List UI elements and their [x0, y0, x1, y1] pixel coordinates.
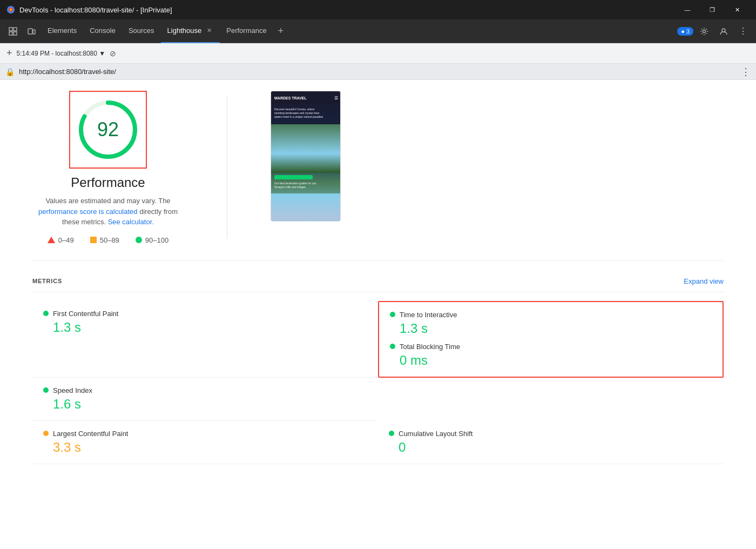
profile-button[interactable] [715, 23, 732, 40]
legend-pass: 90–100 [136, 236, 168, 244]
metric-lcp-dot [43, 431, 49, 436]
address-row: + 5:14:49 PM - localhost:8080 ▼ ⊘ [0, 43, 756, 64]
metric-tbt-value: 0 ms [400, 353, 712, 368]
metric-tbt-header: Total Blocking Time [390, 343, 712, 351]
metric-fcp-value: 1.3 s [53, 320, 367, 335]
restore-button[interactable]: ❐ [700, 0, 725, 19]
expand-view-button[interactable]: Expand view [684, 277, 724, 285]
tab-performance-label: Performance [226, 26, 266, 35]
block-icon: ⊘ [110, 49, 116, 58]
metric-fcp-header: First Contentful Paint [43, 310, 367, 318]
svg-rect-7 [28, 29, 32, 34]
toolbar-right: ● 3 ⋮ [677, 23, 752, 40]
metric-si-dot [43, 387, 49, 393]
screenshot-mock: MARDES TRAVEL ≡ Discover beautiful Corsi… [271, 91, 341, 221]
divider [227, 96, 227, 239]
title-bar: DevTools - localhost:8080/travel-site/ -… [0, 0, 756, 19]
notification-badge: ● 3 [677, 27, 693, 36]
page-wrapper: DevTools - localhost:8080/travel-site/ -… [0, 0, 756, 549]
tab-elements-label: Elements [48, 26, 77, 35]
svg-rect-8 [33, 30, 35, 34]
metric-si: Speed Index 1.6 s [32, 378, 378, 421]
score-ring-container: 92 [69, 91, 147, 169]
performance-title: Performance [71, 175, 145, 190]
screenshot-thumbnail: MARDES TRAVEL ≡ Discover beautiful Corsi… [271, 91, 341, 222]
metric-tbt-name: Total Blocking Time [400, 343, 460, 351]
metric-cls: Cumulative Layout Shift 0 [378, 421, 724, 464]
legend-fail: 0–49 [48, 236, 74, 244]
url-text[interactable]: http://localhost:8080/travel-site/ [19, 68, 737, 76]
score-section: 92 Performance Values are estimated and … [32, 91, 724, 261]
title-bar-left: DevTools - localhost:8080/travel-site/ -… [6, 5, 172, 14]
metric-cls-value: 0 [399, 440, 713, 455]
tab-add-button[interactable]: + [273, 24, 288, 39]
metric-tti-header: Time to Interactive [390, 311, 712, 319]
metric-tti-value: 1.3 s [400, 321, 712, 336]
metrics-grid: First Contentful Paint 1.3 s Time to Int… [32, 301, 724, 464]
svg-point-10 [722, 29, 725, 32]
new-tab-button[interactable]: + [6, 48, 12, 59]
metric-fcp: First Contentful Paint 1.3 s [32, 301, 378, 378]
screenshot-bottom: Our best destination guides for youSinag… [271, 173, 341, 191]
svg-rect-6 [14, 32, 17, 35]
timestamp: 5:14:49 PM - localhost:8080 ▼ [17, 50, 106, 57]
tab-lighthouse-label: Lighthouse [167, 26, 202, 35]
metric-cls-name: Cumulative Layout Shift [399, 430, 473, 438]
security-warning-icon: 🔒 [5, 68, 15, 76]
calculator-link[interactable]: See calculator. [108, 218, 154, 226]
tab-sources-label: Sources [129, 26, 154, 35]
tab-lighthouse[interactable]: Lighthouse ✕ [161, 19, 220, 43]
lighthouse-content: 92 Performance Values are estimated and … [0, 80, 756, 475]
circle-icon [136, 237, 142, 243]
metric-tti: Time to Interactive 1.3 s Total Blocking… [378, 301, 724, 378]
tab-performance[interactable]: Performance [220, 19, 273, 43]
metric-fcp-dot [43, 311, 49, 316]
inspect-element-button[interactable] [4, 23, 22, 40]
metric-lcp-header: Largest Contentful Paint [43, 430, 367, 438]
screenshot-sky-image [271, 193, 341, 220]
device-toggle-button[interactable] [23, 23, 40, 40]
performance-score: 92 [97, 118, 119, 141]
metric-tbt-dot [390, 344, 395, 349]
tab-sources[interactable]: Sources [122, 19, 161, 43]
metric-spacer [390, 336, 712, 343]
score-description: Values are estimated and may vary. The p… [32, 196, 184, 227]
tab-elements[interactable]: Elements [41, 19, 83, 43]
url-more-button[interactable]: ⋮ [741, 66, 751, 78]
minimize-button[interactable]: — [675, 0, 700, 19]
svg-rect-4 [14, 28, 17, 31]
metric-si-value: 1.6 s [53, 397, 367, 412]
tab-console[interactable]: Console [83, 19, 122, 43]
badge-count: 3 [686, 28, 690, 35]
url-bar: 🔒 http://localhost:8080/travel-site/ ⋮ [0, 64, 756, 80]
performance-score-link[interactable]: performance score is calculated [38, 207, 139, 216]
svg-rect-5 [9, 32, 12, 35]
more-options-button[interactable]: ⋮ [734, 23, 752, 40]
metric-lcp-name: Largest Contentful Paint [53, 430, 128, 438]
title-bar-text: DevTools - localhost:8080/travel-site/ -… [19, 6, 172, 14]
dropdown-icon[interactable]: ▼ [99, 50, 105, 57]
devtools-icon [6, 5, 15, 14]
metrics-section: METRICS Expand view First Contentful Pai… [32, 277, 724, 464]
metric-si-header: Speed Index [43, 386, 367, 394]
menu-icon: ≡ [334, 94, 338, 102]
tab-console-label: Console [90, 26, 116, 35]
metric-cls-dot [389, 431, 394, 436]
metric-lcp-value: 3.3 s [53, 440, 367, 455]
metrics-title: METRICS [32, 278, 62, 284]
green-bar [274, 175, 313, 179]
toolbar: Elements Console Sources Lighthouse ✕ Pe… [0, 19, 756, 43]
site-logo-text: MARDES TRAVEL [274, 96, 307, 100]
close-button[interactable]: ✕ [725, 0, 750, 19]
settings-button[interactable] [696, 23, 713, 40]
metric-fcp-name: First Contentful Paint [53, 310, 118, 318]
metric-si-name: Speed Index [53, 386, 92, 394]
title-bar-controls: — ❐ ✕ [675, 0, 750, 19]
tab-close-lighthouse[interactable]: ✕ [205, 26, 213, 35]
badge-icon: ● [681, 28, 686, 35]
metrics-header: METRICS Expand view [32, 277, 724, 292]
metric-tti-dot [390, 312, 395, 317]
tab-strip: Elements Console Sources Lighthouse ✕ Pe… [41, 19, 676, 43]
score-left: 92 Performance Values are estimated and … [32, 91, 184, 244]
score-legend: 0–49 50–89 90–100 [48, 236, 168, 244]
